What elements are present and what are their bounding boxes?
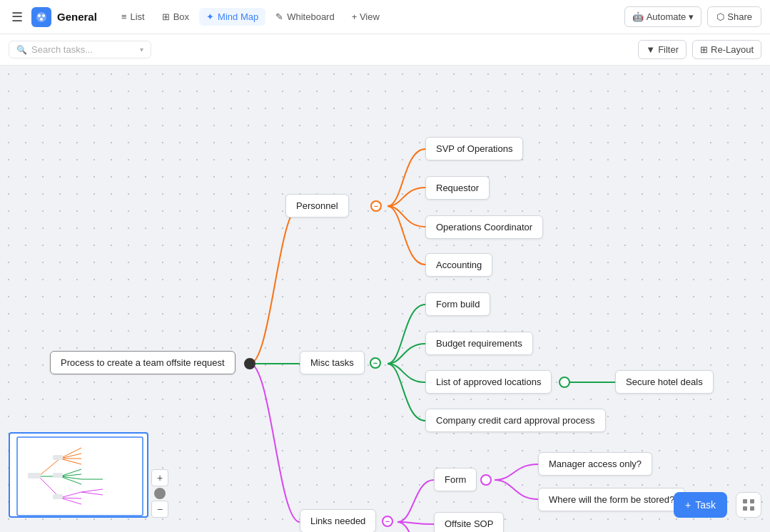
share-button[interactable]: ⬡ Share bbox=[707, 6, 761, 27]
approved-locations-node[interactable]: List of approved locations bbox=[425, 370, 552, 394]
offsite-sop-node[interactable]: Offsite SOP bbox=[434, 512, 504, 532]
svg-line-17 bbox=[81, 489, 103, 492]
nav-right: 🤖 Automate ▾ ⬡ Share bbox=[624, 6, 761, 27]
form-node[interactable]: Form bbox=[434, 468, 477, 491]
nav-tabs: ≡ List ⊞ Box ✦ Mind Map ✎ Whiteboard + V… bbox=[114, 8, 387, 26]
mindmap-canvas[interactable]: Process to create a team offsite request… bbox=[0, 66, 770, 532]
svg-rect-29 bbox=[750, 506, 754, 511]
root-node[interactable]: Process to create a team offsite request bbox=[50, 351, 235, 374]
search-dropdown-icon: ▾ bbox=[140, 46, 143, 53]
tab-view[interactable]: + View bbox=[345, 8, 387, 26]
zoom-out-button[interactable]: − bbox=[151, 501, 168, 518]
automate-icon: 🤖 bbox=[632, 11, 644, 22]
svg-point-1 bbox=[38, 14, 41, 17]
grid-button[interactable] bbox=[736, 492, 761, 518]
search-box[interactable]: 🔍 Search tasks... ▾ bbox=[9, 41, 151, 58]
form-build-node[interactable]: Form build bbox=[425, 292, 490, 316]
svg-point-3 bbox=[40, 18, 43, 21]
hotel-deals-node[interactable]: Secure hotel deals bbox=[615, 370, 714, 394]
svg-line-6 bbox=[60, 454, 81, 459]
zoom-in-button[interactable]: + bbox=[151, 469, 168, 486]
svg-rect-23 bbox=[53, 473, 63, 478]
share-icon: ⬡ bbox=[716, 11, 724, 22]
approved-locations-connector bbox=[559, 377, 570, 388]
svg-rect-24 bbox=[53, 494, 63, 499]
toolbar-right: ▼ Filter ⊞ Re-Layout bbox=[638, 40, 761, 59]
automate-button[interactable]: 🤖 Automate ▾ bbox=[624, 6, 702, 27]
personnel-connector: − bbox=[370, 200, 382, 212]
add-task-button[interactable]: + Task bbox=[674, 492, 727, 518]
svg-line-18 bbox=[81, 492, 103, 495]
automate-chevron: ▾ bbox=[689, 11, 694, 22]
box-icon: ⊞ bbox=[162, 11, 170, 22]
form-stored-node[interactable]: Where will the form be stored? bbox=[538, 488, 685, 511]
whiteboard-icon: ✎ bbox=[275, 11, 283, 22]
accounting-node[interactable]: Accounting bbox=[425, 253, 492, 277]
manager-access-node[interactable]: Manager access only? bbox=[538, 452, 652, 476]
links-connector: − bbox=[382, 516, 393, 527]
zoom-thumb[interactable] bbox=[154, 488, 166, 499]
minimap-svg bbox=[10, 434, 148, 518]
misc-connector: − bbox=[370, 357, 381, 369]
root-connector bbox=[244, 358, 255, 369]
tab-mindmap[interactable]: ✦ Mind Map bbox=[199, 8, 265, 26]
list-icon: ≡ bbox=[121, 11, 127, 22]
svg-rect-27 bbox=[750, 499, 754, 503]
relayout-icon: ⊞ bbox=[700, 44, 708, 55]
svg-rect-28 bbox=[743, 506, 747, 511]
ops-coordinator-node[interactable]: Operations Coordinator bbox=[425, 215, 543, 239]
search-icon: 🔍 bbox=[16, 45, 27, 55]
filter-button[interactable]: ▼ Filter bbox=[638, 40, 687, 59]
svp-node[interactable]: SVP of Operations bbox=[425, 137, 523, 160]
budget-req-node[interactable]: Budget requirements bbox=[425, 332, 533, 355]
tab-whiteboard[interactable]: ✎ Whiteboard bbox=[268, 8, 341, 26]
app-title: General bbox=[57, 11, 97, 23]
relayout-button[interactable]: ⊞ Re-Layout bbox=[692, 40, 761, 59]
form-connector bbox=[480, 474, 492, 486]
links-needed-node[interactable]: Links needed bbox=[300, 509, 376, 532]
zoom-controls: + − bbox=[151, 469, 168, 518]
mindmap-icon: ✦ bbox=[206, 11, 214, 22]
top-nav: ☰ General ≡ List ⊞ Box ✦ Mind Map ✎ Whit… bbox=[0, 0, 770, 34]
tab-list[interactable]: ≡ List bbox=[114, 8, 152, 26]
svg-rect-22 bbox=[53, 455, 63, 460]
minimap bbox=[9, 432, 148, 518]
svg-line-8 bbox=[60, 459, 81, 464]
requestor-node[interactable]: Requestor bbox=[425, 176, 490, 200]
svg-line-5 bbox=[60, 448, 81, 459]
app-logo bbox=[31, 7, 51, 27]
grid-icon bbox=[742, 498, 755, 511]
add-task-label: Task bbox=[695, 499, 716, 511]
toolbar: 🔍 Search tasks... ▾ ▼ Filter ⊞ Re-Layout bbox=[0, 34, 770, 66]
hamburger-icon[interactable]: ☰ bbox=[9, 6, 26, 28]
filter-icon: ▼ bbox=[646, 44, 655, 55]
misc-tasks-node[interactable]: Misc tasks bbox=[300, 351, 365, 374]
svg-point-2 bbox=[42, 14, 45, 17]
svg-rect-26 bbox=[743, 499, 747, 503]
add-task-icon: + bbox=[685, 499, 691, 511]
tab-box[interactable]: ⊞ Box bbox=[155, 8, 196, 26]
svg-line-16 bbox=[60, 492, 81, 498]
credit-card-node[interactable]: Company credit card approval process bbox=[425, 409, 606, 432]
search-placeholder: Search tasks... bbox=[31, 44, 93, 55]
personnel-node[interactable]: Personnel bbox=[285, 194, 349, 218]
svg-rect-21 bbox=[28, 473, 41, 479]
